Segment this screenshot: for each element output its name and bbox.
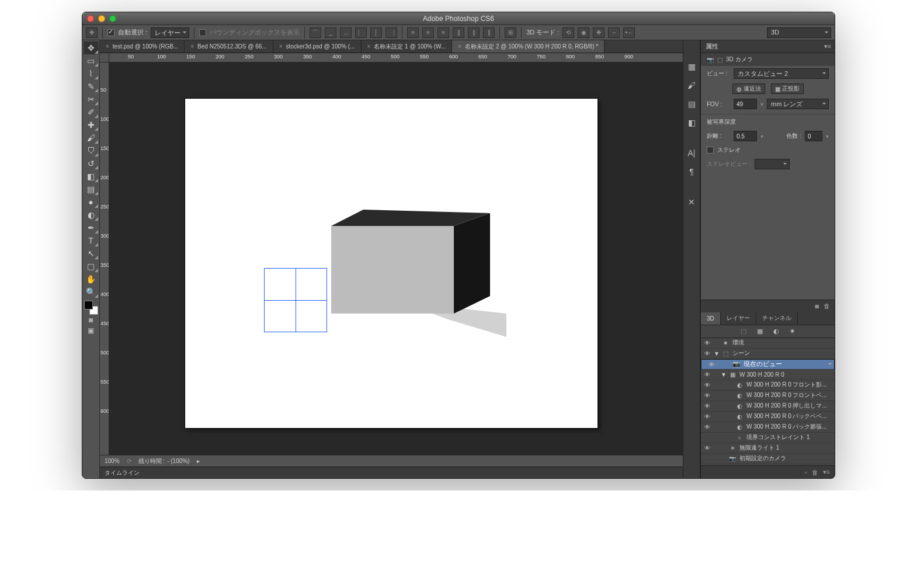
character-panel-icon[interactable]: A| (685, 147, 698, 159)
3d-pan-button[interactable]: ✥ (593, 27, 605, 38)
align-vcenter-button[interactable]: ⎯ (325, 27, 336, 38)
close-tab-icon[interactable]: × (367, 43, 371, 50)
fov-input[interactable] (734, 99, 757, 109)
document-tab[interactable]: ×名称未設定 1 @ 100% (W... (362, 40, 453, 53)
properties-panel-header[interactable]: 属性▾≡ (701, 40, 835, 53)
histogram-panel-icon[interactable]: ▦ (685, 60, 698, 73)
quick-mask-button[interactable]: ◙ (85, 315, 98, 325)
scene-tree-row[interactable]: 👁◐W 300 H 200 R 0 フロントベ... (701, 391, 835, 401)
document-tab[interactable]: ×test.psd @ 100% (RGB... (100, 40, 185, 53)
3d-cube-object[interactable] (331, 197, 506, 337)
scene-tree-row[interactable]: 👁◐W 300 H 200 R 0 押し出しマ... (701, 401, 835, 412)
hand-tool[interactable]: ✋ (84, 273, 99, 286)
dodge-tool[interactable]: ◐ (84, 208, 99, 221)
visibility-toggle-icon[interactable]: 👁 (705, 361, 718, 368)
3d-ground-plane-gizmo[interactable] (264, 268, 327, 332)
scene-panel-tab[interactable]: レイヤー (721, 312, 756, 325)
distribute-hcenter-button[interactable]: ∥ (468, 27, 480, 38)
distribute-left-button[interactable]: ∥ (453, 27, 464, 38)
vertical-ruler[interactable]: 050100150200250300350400450500550600 (100, 62, 109, 455)
auto-select-checkbox[interactable] (107, 29, 114, 36)
marquee-tool[interactable]: ▭ (84, 54, 99, 67)
scene-panel-tab[interactable]: チャンネル (756, 312, 798, 325)
zoom-window-button[interactable] (109, 15, 116, 22)
3d-orbit-button[interactable]: ⟲ (562, 27, 574, 38)
move-tool[interactable]: ✥ (84, 41, 99, 54)
align-right-button[interactable]: ⎹ (385, 27, 397, 38)
color-swatch[interactable] (84, 301, 98, 315)
brush-tool[interactable]: 🖌 (84, 131, 99, 144)
adjustments-panel-icon[interactable]: ◧ (685, 116, 698, 129)
distance-input[interactable] (734, 131, 757, 141)
swatches-panel-icon[interactable]: ▤ (685, 98, 698, 110)
zoom-level[interactable]: 100% (105, 458, 120, 464)
scene-tree-row[interactable]: 👁◐W 300 H 200 R 0 フロント影... (701, 380, 835, 391)
auto-select-target-dropdown[interactable]: レイヤー (151, 27, 189, 38)
orthographic-button[interactable]: ▦ 正投影 (771, 83, 804, 94)
canvas-area[interactable] (109, 62, 683, 455)
delete-icon[interactable]: 🗑 (824, 302, 830, 309)
delete-scene-item-icon[interactable]: 🗑 (812, 469, 818, 476)
visibility-toggle-icon[interactable]: 👁 (701, 371, 714, 378)
view-dropdown[interactable]: カスタムビュー 2 (734, 68, 829, 79)
visibility-toggle-icon[interactable]: 👁 (701, 340, 714, 346)
distribute-top-button[interactable]: ≡ (407, 27, 419, 38)
scene-tree-row[interactable]: 👁▼▦W 300 H 200 R 0 (701, 370, 835, 380)
scene-tree-row[interactable]: 👁📷現在のビュー (701, 359, 835, 370)
close-tab-icon[interactable]: × (106, 43, 109, 50)
lasso-tool[interactable]: ⌇ (84, 67, 99, 80)
distribute-bottom-button[interactable]: ≡ (437, 27, 449, 38)
align-left-button[interactable]: ⎸ (355, 27, 367, 38)
visibility-toggle-icon[interactable]: 👁 (701, 382, 714, 388)
scene-tree-row[interactable]: 👁◐W 300 H 200 R 0 バックベベ... (701, 412, 835, 422)
fov-unit-dropdown[interactable]: mm レンズ (767, 99, 829, 109)
document-tab[interactable]: ×名称未設定 2 @ 100% (W 300 H 200 R 0, RGB/8)… (452, 40, 605, 53)
stamp-tool[interactable]: ⛉ (84, 144, 99, 157)
auto-align-button[interactable]: ⊞ (505, 27, 516, 38)
crop-tool[interactable]: ✂ (84, 93, 99, 106)
properties-menu-icon[interactable]: ▾≡ (824, 43, 831, 50)
stereo-checkbox[interactable] (707, 147, 714, 154)
iris-input[interactable] (805, 131, 822, 141)
close-window-button[interactable] (87, 15, 94, 22)
workspace-dropdown[interactable]: 3D (767, 27, 831, 38)
zoom-tool[interactable]: 🔍 (84, 286, 99, 298)
perspective-button[interactable]: ◍ 遠近法 (732, 83, 765, 94)
align-top-button[interactable]: ⎴ (310, 27, 321, 38)
history-brush-tool[interactable]: ↺ (84, 157, 99, 170)
close-tab-icon[interactable]: × (190, 43, 194, 50)
gradient-tool[interactable]: ▤ (84, 183, 99, 196)
visibility-toggle-icon[interactable]: 👁 (701, 350, 714, 357)
align-hcenter-button[interactable]: │ (370, 27, 382, 38)
scene-tree-row[interactable]: 👁✷環境 (701, 338, 835, 349)
visibility-toggle-icon[interactable]: 👁 (701, 413, 714, 420)
tool-presets-panel-icon[interactable]: ✕ (685, 196, 698, 208)
brushes-panel-icon[interactable]: 🖌 (685, 79, 698, 92)
scene-panel-tab[interactable]: 3D (701, 312, 721, 325)
scene-tree-row[interactable]: 📷初期設定のカメラ (701, 454, 835, 464)
distribute-right-button[interactable]: ∥ (483, 27, 495, 38)
eyedropper-tool[interactable]: ✐ (84, 106, 99, 119)
scene-menu-icon[interactable]: ▾≡ (823, 468, 830, 476)
timeline-panel-tab[interactable]: タイムライン (100, 467, 683, 478)
close-tab-icon[interactable]: × (279, 43, 283, 50)
scene-tree-row[interactable]: 👁▼⬚シーン (701, 349, 835, 359)
scene-tree-row[interactable]: 👁◐W 300 H 200 R 0 バック膨張... (701, 422, 835, 433)
blur-tool[interactable]: ● (84, 196, 99, 208)
3d-roll-button[interactable]: ◉ (578, 27, 589, 38)
filter-scene-icon[interactable]: ⬚ (738, 326, 749, 336)
distribute-vcenter-button[interactable]: ≡ (422, 27, 434, 38)
new-scene-item-icon[interactable]: ▫ (805, 469, 807, 476)
visibility-toggle-icon[interactable]: 👁 (701, 392, 714, 399)
paragraph-panel-icon[interactable]: ¶ (685, 165, 698, 178)
healing-tool[interactable]: ✚ (84, 119, 99, 131)
3d-zoom-button[interactable]: •← (623, 27, 635, 38)
shape-tool[interactable]: ▢ (84, 260, 99, 273)
document-tab[interactable]: ×Bed N250512.3DS @ 66... (185, 40, 273, 53)
minimize-window-button[interactable] (98, 15, 105, 22)
visibility-toggle-icon[interactable]: 👁 (701, 403, 714, 409)
visibility-toggle-icon[interactable]: 👁 (701, 424, 714, 430)
path-select-tool[interactable]: ↖ (84, 247, 99, 260)
3d-slide-button[interactable]: ↔ (608, 27, 620, 38)
expand-toggle-icon[interactable]: ▼ (721, 371, 728, 378)
